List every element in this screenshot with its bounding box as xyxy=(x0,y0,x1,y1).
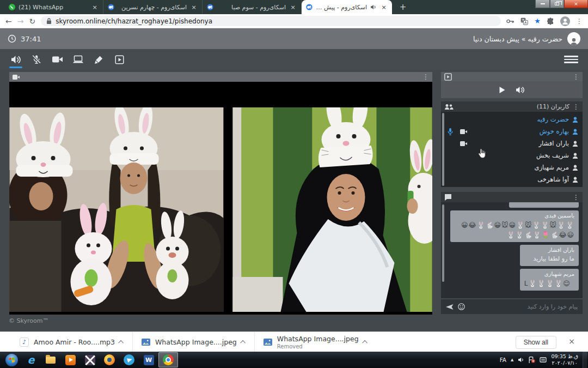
user-row[interactable]: شریف بخش xyxy=(441,149,583,161)
user-name: مریم شهبازی xyxy=(535,164,569,171)
tab-close-icon[interactable]: × xyxy=(91,3,99,11)
send-icon[interactable] xyxy=(446,304,454,310)
chat-messages[interactable]: یاسمین قیدی 🐰🐰🐭🐰🐰🐭🐰😁🐭😁🐇🐰😂😀😃😂🐇🌷🐰🐇🐰🐰 باران… xyxy=(441,202,583,298)
kmplayer-icon[interactable] xyxy=(80,352,100,367)
word-icon[interactable]: W xyxy=(139,352,158,367)
tab-close-icon[interactable]: × xyxy=(289,3,297,11)
user-icon xyxy=(572,153,578,159)
file-explorer-icon[interactable] xyxy=(41,352,60,367)
show-desktop-button[interactable] xyxy=(583,352,587,368)
right-sidebar: ⋮ کاربران (11) ⋮ حضرت رقیه xyxy=(441,72,583,314)
chat-message: باران افشار ما رو لطفا بیارید xyxy=(520,245,579,266)
browser-tab-strip: (21) WhatsApp × اسکای‌روم - چهارم نسرین … xyxy=(0,0,588,14)
back-icon[interactable]: ← xyxy=(5,17,12,25)
tab-audio-icon[interactable] xyxy=(370,4,377,10)
system-tray: FA ▲ 09:35 ق.ظ ۲۰۲۰/۰۷/۱۰ xyxy=(500,352,588,368)
timer-value: 37:41 xyxy=(21,35,41,43)
audio-file-icon: ♪ xyxy=(20,337,29,347)
whatsapp-icon xyxy=(9,4,15,10)
users-scrollbar[interactable] xyxy=(442,113,444,186)
restore-icon xyxy=(555,2,559,5)
telegram-icon[interactable] xyxy=(119,352,139,367)
chevron-up-icon[interactable] xyxy=(118,340,124,345)
address-bar[interactable]: skyroom.online/ch/hazrat_roghaye1/pished… xyxy=(41,16,501,26)
windows-taskbar: e W FA ▲ 09:35 ق.ظ ۲۰۲۰/۰۷/۱۰ xyxy=(0,352,588,368)
skyroom-icon xyxy=(306,4,313,10)
password-key-icon[interactable] xyxy=(506,19,514,23)
profile-avatar[interactable] xyxy=(560,16,570,26)
translate-icon[interactable] xyxy=(520,17,528,25)
window-close-button[interactable]: × xyxy=(564,0,588,8)
language-indicator[interactable]: FA xyxy=(500,357,506,363)
user-row[interactable]: آوا شاهرخی xyxy=(441,173,583,185)
download-item-mp3[interactable]: ♪ Amoo Amir - Roo....mp3 xyxy=(11,332,133,352)
tab-skyroom-chaharom[interactable]: اسکای‌روم - چهارم نسرین × xyxy=(103,0,203,14)
tab-title: اسکای‌روم - چهارم نسرین xyxy=(118,4,187,11)
user-row[interactable]: باران افشار xyxy=(441,137,583,149)
tab-skyroom-pishdabestan-active[interactable]: اسکای‌روم - پیش دبستان دنیا × xyxy=(302,0,392,14)
webcam-button[interactable] xyxy=(49,49,65,70)
volume-icon[interactable] xyxy=(516,86,525,94)
chrome-icon[interactable] xyxy=(158,352,178,367)
user-camera-icon xyxy=(460,129,467,134)
network-display-icon[interactable] xyxy=(540,357,547,363)
start-button[interactable] xyxy=(2,352,21,367)
action-center-flag-icon[interactable] xyxy=(528,357,535,363)
classroom-video-stream[interactable] xyxy=(9,82,432,315)
window-minimize-button[interactable] xyxy=(535,0,550,8)
firefox-icon[interactable] xyxy=(100,352,119,367)
tab-skyroom-sevom[interactable]: اسکای‌روم - سوم صبا × xyxy=(203,0,302,14)
screen-share-button[interactable] xyxy=(70,49,86,70)
user-row[interactable]: مریم شهبازی xyxy=(441,161,583,173)
sidebar-menu-icon[interactable] xyxy=(564,56,578,63)
chat-input-placeholder: پیام خود را وارد کنید xyxy=(469,303,578,310)
user-row[interactable]: بهاره خوش xyxy=(441,125,583,137)
tray-volume-icon[interactable] xyxy=(518,357,524,363)
forward-icon[interactable]: → xyxy=(17,17,24,25)
chat-scrollbar[interactable] xyxy=(442,204,444,282)
show-all-downloads-button[interactable]: Show all xyxy=(516,336,556,349)
chat-input[interactable]: پیام خود را وارد کنید xyxy=(441,299,583,314)
taskbar-clock[interactable]: 09:35 ق.ظ ۲۰۲۰/۰۷/۱۰ xyxy=(551,353,578,367)
download-item-image2-removed[interactable]: WhatsApp Image....jpeg Removed xyxy=(255,332,376,352)
media-player-button[interactable] xyxy=(111,49,127,70)
emoji-picker-icon[interactable] xyxy=(458,303,465,310)
tab-close-icon[interactable]: × xyxy=(190,3,198,11)
whiteboard-brush-button[interactable] xyxy=(90,49,107,70)
internet-explorer-icon[interactable]: e xyxy=(21,352,41,367)
skyroom-main-area: ⋮ xyxy=(0,70,588,331)
tab-close-icon[interactable]: × xyxy=(380,3,388,11)
bookmark-star-icon[interactable]: ★ xyxy=(534,17,541,25)
chevron-up-icon[interactable] xyxy=(362,340,367,345)
user-row[interactable]: حضرت رقیه xyxy=(441,113,583,125)
chat-menu-icon[interactable]: ⋮ xyxy=(573,194,579,201)
download-item-image1[interactable]: WhatsApp Image....jpeg xyxy=(133,332,255,352)
download-label: WhatsApp Image....jpeg xyxy=(155,338,237,346)
tab-title: اسکای‌روم - پیش دبستان دنیا xyxy=(316,4,367,11)
tab-whatsapp[interactable]: (21) WhatsApp × xyxy=(4,0,103,14)
account-chip[interactable]: حضرت رقیه » پیش دبستان دنیا xyxy=(473,32,580,45)
users-menu-icon[interactable]: ⋮ xyxy=(573,103,579,111)
image-file-icon xyxy=(142,339,150,346)
play-icon[interactable] xyxy=(499,86,506,94)
message-text: ما رو لطفا بیارید xyxy=(524,255,574,264)
downloads-close-icon[interactable]: × xyxy=(568,337,575,346)
speaker-toggle-button[interactable] xyxy=(8,49,24,70)
extensions-puzzle-icon[interactable] xyxy=(547,17,554,25)
chevron-up-icon[interactable] xyxy=(240,340,246,345)
player-menu-icon[interactable]: ⋮ xyxy=(573,73,579,81)
window-restore-button[interactable] xyxy=(550,0,564,8)
media-player-panel: ⋮ xyxy=(441,72,583,98)
reload-icon[interactable]: ↻ xyxy=(29,17,35,25)
microphone-muted-button[interactable] xyxy=(28,49,45,70)
browser-menu-icon[interactable]: ⋮ xyxy=(576,17,583,25)
new-tab-button[interactable]: + xyxy=(396,1,409,14)
hidden-icons-icon[interactable]: ▲ xyxy=(511,358,513,362)
skyroom-copyright: © Skyroom™ xyxy=(9,317,48,324)
tray-date: ۲۰۲۰/۰۷/۱۰ xyxy=(551,360,578,366)
users-panel-header: کاربران (11) ⋮ xyxy=(441,101,583,112)
session-timer: 37:41 xyxy=(8,34,41,43)
user-list: حضرت رقیه بهاره خوش باران افشار xyxy=(441,112,583,187)
video-menu-icon[interactable]: ⋮ xyxy=(422,73,429,81)
media-player-icon[interactable] xyxy=(60,352,80,367)
